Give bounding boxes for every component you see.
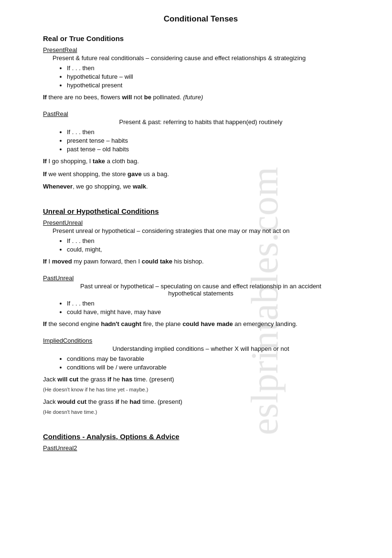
subsection-label-0-1: PastReal [43,110,359,117]
section-heading-1: Unreal or Hypothetical Conditions [43,207,359,215]
example-note-1-2-1: (He doesn't have time.) [43,409,97,415]
bullet-list-0-0: If . . . thenhypothetical future – willh… [67,64,359,89]
bullet-item-0-0-1: hypothetical future – will [67,73,359,80]
subsection-desc-0-0: Present & future real conditionals – con… [53,54,359,62]
section-0: Real or True ConditionsPresentRealPresen… [43,34,359,200]
section-1: Unreal or Hypothetical ConditionsPresent… [43,207,359,425]
bullet-item-1-2-0: conditions may be favorable [67,355,359,362]
bullet-item-1-1-0: If . . . then [67,300,359,307]
bullet-item-0-0-0: If . . . then [67,64,359,72]
subsection-1-2: ImpliedConditionsUnderstanding implied c… [43,337,359,425]
example-0-0-0: If there are no bees, flowers will not b… [43,93,359,103]
subsection-desc-1-1: Past unreal or hypothetical – speculatin… [43,283,359,297]
subsection-desc-0-1: Present & past: referring to habits that… [43,118,359,126]
bullet-item-0-1-0: If . . . then [67,128,359,136]
subsection-0-0: PresentRealPresent & future real conditi… [43,46,359,110]
example-1-2-0: Jack will cut the grass if he has time. … [43,375,359,395]
subsection-label-2-0: PastUnreal2 [43,444,359,452]
subsection-label-1-0: PresentUnreal [43,219,359,226]
bullet-list-1-2: conditions may be favorableconditions wi… [67,355,359,371]
subsection-desc-1-2: Understanding implied conditions – wheth… [43,345,359,352]
subsection-label-0-0: PresentReal [43,46,359,53]
bullet-item-1-0-0: If . . . then [67,237,359,244]
section-heading-2: Conditions - Analysis, Options & Advice [43,432,359,441]
subsection-0-1: PastRealPresent & past: referring to hab… [43,110,359,200]
page-title: Conditional Tenses [43,14,359,24]
bullet-list-0-1: If . . . thenpresent tense – habitspast … [67,128,359,153]
bullet-item-0-0-2: hypothetical present [67,82,359,89]
bullet-item-0-1-2: past tense – old habits [67,146,359,153]
example-1-0-0: If I moved my pawn forward, then I could… [43,257,359,267]
section-heading-0: Real or True Conditions [43,34,359,42]
bullet-item-1-0-1: could, might, [67,246,359,253]
example-1-1-0: If the second engine hadn't caught fire,… [43,319,359,329]
bullet-item-1-1-1: could have, might have, may have [67,308,359,316]
subsection-1-1: PastUnrealPast unreal or hypothetical – … [43,274,359,337]
bullet-item-0-1-1: present tense – habits [67,137,359,144]
bullet-item-1-2-1: conditions will be / were unfavorable [67,364,359,371]
example-0-1-0: If I go shopping, I take a cloth bag. [43,157,359,167]
subsection-label-1-2: ImpliedConditions [43,337,359,344]
subsection-label-1-1: PastUnreal [43,274,359,282]
example-0-1-2: Whenever, we go shopping, we walk. [43,182,359,192]
example-0-1-1: If we went shopping, the store gave us a… [43,169,359,179]
bullet-list-1-0: If . . . thencould, might, [67,237,359,253]
example-note-1-2-0: (He doesn't know if he has time yet - ma… [43,387,148,392]
section-2: Conditions - Analysis, Options & AdviceP… [43,432,359,457]
subsection-desc-1-0: Present unreal or hypothetical – conside… [53,227,359,234]
subsection-2-0: PastUnreal2 [43,444,359,457]
bullet-list-1-1: If . . . thencould have, might have, may… [67,300,359,316]
subsection-1-0: PresentUnrealPresent unreal or hypotheti… [43,219,359,274]
example-1-2-1: Jack would cut the grass if he had time.… [43,397,359,417]
